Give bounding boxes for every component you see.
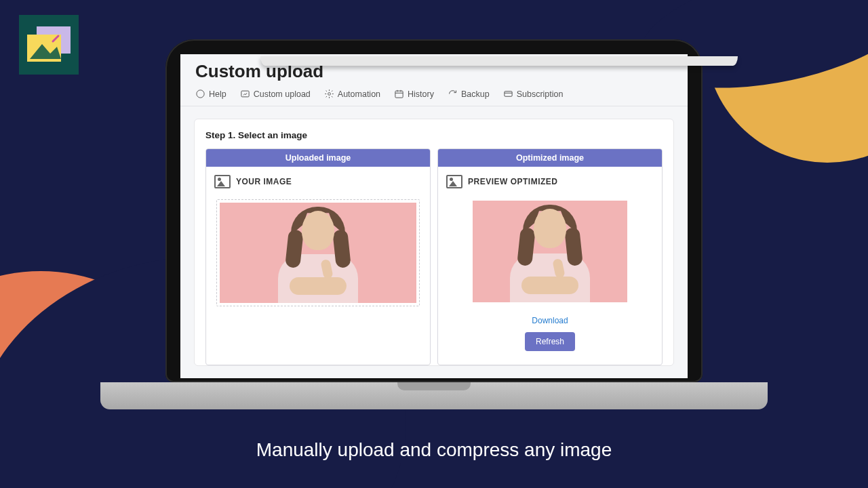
nav-backup[interactable]: Backup — [448, 89, 490, 99]
svg-rect-8 — [505, 92, 512, 97]
uploaded-label: YOUR IMAGE — [236, 177, 292, 186]
upload-icon — [240, 89, 250, 99]
nav-help[interactable]: Help — [195, 89, 226, 99]
download-link[interactable]: Download — [532, 316, 568, 325]
optimized-panel: Optimized image PREVIEW OPTIMIZED — [437, 148, 663, 365]
calendar-icon — [394, 89, 404, 99]
refresh-icon — [448, 89, 458, 99]
nav-history-label: History — [408, 89, 434, 99]
nav-backup-label: Backup — [461, 89, 490, 99]
optimized-label: PREVIEW OPTIMIZED — [468, 177, 558, 186]
optimized-header: Optimized image — [438, 149, 662, 167]
nav-help-label: Help — [209, 89, 226, 99]
uploaded-photo — [220, 203, 416, 303]
image-icon — [446, 175, 462, 188]
step-label: Step 1. Select an image — [205, 130, 663, 140]
laptop-mockup: Custom upload Help Custom upload Automat… — [165, 39, 703, 409]
app-logo — [19, 15, 79, 75]
upload-dropzone[interactable] — [216, 199, 420, 306]
image-icon — [214, 175, 231, 188]
refresh-button[interactable]: Refresh — [525, 332, 575, 351]
svg-rect-7 — [395, 91, 403, 98]
main-nav: Help Custom upload Automation History Ba… — [180, 86, 688, 106]
nav-automation-label: Automation — [338, 89, 380, 99]
nav-subscription-label: Subscription — [517, 89, 564, 99]
svg-point-6 — [328, 93, 330, 96]
gear-icon — [324, 89, 334, 99]
optimized-photo — [473, 201, 627, 302]
step-card: Step 1. Select an image Uploaded image Y… — [194, 119, 674, 366]
nav-subscription[interactable]: Subscription — [503, 89, 564, 99]
uploaded-panel: Uploaded image YOUR IMAGE — [205, 148, 431, 365]
nav-automation[interactable]: Automation — [324, 89, 380, 99]
nav-history[interactable]: History — [394, 89, 434, 99]
app-screen: Custom upload Help Custom upload Automat… — [180, 54, 688, 378]
nav-custom-upload[interactable]: Custom upload — [240, 89, 311, 99]
nav-custom-upload-label: Custom upload — [254, 89, 311, 99]
card-icon — [503, 89, 513, 99]
laptop-lip — [260, 56, 738, 66]
chat-icon — [195, 89, 205, 99]
uploaded-header: Uploaded image — [206, 149, 430, 167]
laptop-base — [100, 382, 768, 409]
slide-caption: Manually upload and compress any image — [0, 439, 868, 461]
